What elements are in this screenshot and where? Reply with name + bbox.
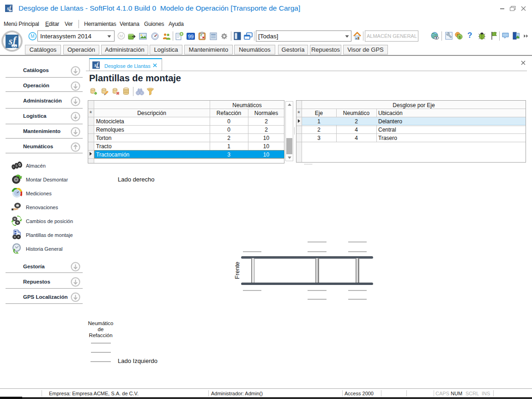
svg-text:M: M bbox=[30, 34, 34, 39]
svg-text:$: $ bbox=[459, 35, 461, 39]
svg-text:M: M bbox=[120, 34, 123, 38]
svg-text:f: f bbox=[13, 35, 18, 46]
svg-text:99: 99 bbox=[188, 34, 193, 39]
